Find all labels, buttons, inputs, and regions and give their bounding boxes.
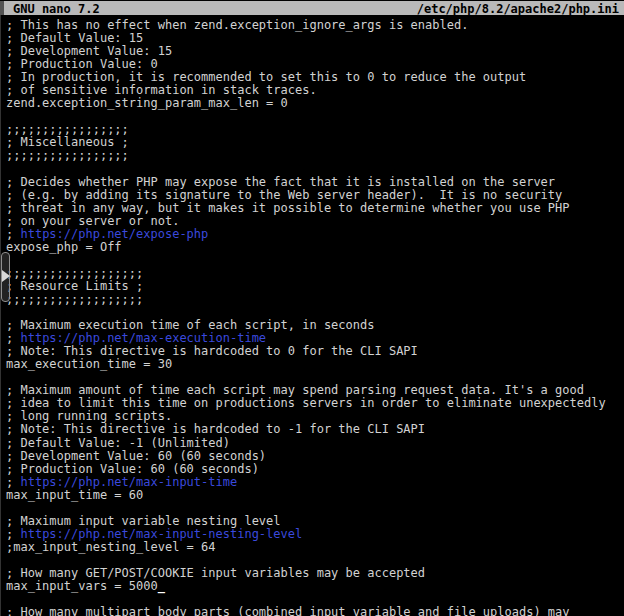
line-text: ; In production, it is recommended to se… <box>6 70 526 84</box>
php-net-link: https://php.net/max-input-time <box>20 475 237 489</box>
line-text: ; Miscellaneous ; <box>6 135 129 149</box>
mouse-pointer-icon <box>2 270 10 282</box>
line-text: ;;;;;;;;;;;;;;;;; <box>6 122 129 136</box>
line-text: ; Maximum execution time of each script,… <box>6 318 374 332</box>
line-text: ; <box>6 227 20 241</box>
editor-area[interactable]: ; This has no effect when zend.exception… <box>0 15 624 616</box>
line-text: ; <box>6 475 20 489</box>
php-net-link: https://php.net/expose-php <box>20 227 208 241</box>
line-text: ; Development Value: 15 <box>6 44 172 58</box>
editor-line: ;max_input_nesting_level = 64 <box>6 541 624 554</box>
line-text: ;;;;;;;;;;;;;;;;; <box>6 148 129 162</box>
line-text: ; threat in any way, but it makes it pos… <box>6 201 570 215</box>
editor-line: ;;;;;;;;;;;;;;;;;;; <box>6 293 624 306</box>
line-text: max_input_time = 60 <box>6 488 143 502</box>
line-text: ; Note: This directive is hardcoded to -… <box>6 422 425 436</box>
line-text: ; Note: This directive is hardcoded to 0… <box>6 344 418 358</box>
editor-line: zend.exception_string_param_max_len = 0 <box>6 97 624 110</box>
editor-line: ; How many multipart body parts (combine… <box>6 606 624 616</box>
line-text: expose_php = Off <box>6 240 122 254</box>
php-net-link: https://php.net/max-input-nesting-level <box>20 527 302 541</box>
line-text: ; <box>6 331 20 345</box>
line-text: ;;;;;;;;;;;;;;;;;;; <box>6 292 143 306</box>
app-title: GNU nano 7.2 <box>13 2 100 16</box>
line-text: ; Default Value: -1 (Unlimited) <box>6 436 230 450</box>
editor-line: expose_php = Off <box>6 241 624 254</box>
line-text: ; long running scripts. <box>6 409 172 423</box>
line-text: ; Maximum amount of time each script may… <box>6 383 584 397</box>
editor-line: ;;;;;;;;;;;;;;;;; <box>6 149 624 162</box>
line-text: ; Production Value: 60 (60 seconds) <box>6 462 259 476</box>
php-net-link: https://php.net/max-execution-time <box>20 331 266 345</box>
editor-line: max_input_time = 60 <box>6 489 624 502</box>
editor-lines: ; This has no effect when zend.exception… <box>6 19 624 616</box>
editor-line: max_execution_time = 30 <box>6 358 624 371</box>
line-text: ; Default Value: 15 <box>6 31 143 45</box>
terminal-window[interactable]: GNU nano 7.2 /etc/php/8.2/apache2/php.in… <box>0 0 624 616</box>
line-text: ; of sensitive information in stack trac… <box>6 83 317 97</box>
line-text: ; Maximum input variable nesting level <box>6 514 281 528</box>
line-text: ; Development Value: 60 (60 seconds) <box>6 449 266 463</box>
line-text: ; Resource Limits ; <box>6 279 143 293</box>
line-text: ; How many GET/POST/COOKIE input variabl… <box>6 566 425 580</box>
line-text: ; Decides whether PHP may expose the fac… <box>6 175 555 189</box>
line-text: ; (e.g. by adding its signature to the W… <box>6 188 562 202</box>
line-text: zend.exception_string_param_max_len = 0 <box>6 96 288 110</box>
line-text: ; Production Value: 0 <box>6 57 158 71</box>
line-text: max_execution_time = 30 <box>6 357 172 371</box>
line-text: ;max_input_nesting_level = 64 <box>6 540 216 554</box>
line-text: ;;;;;;;;;;;;;;;;;;; <box>6 266 143 280</box>
line-text: ; on your server or not. <box>6 214 179 228</box>
line-text: ; How many multipart body parts (combine… <box>6 605 570 616</box>
line-text: ; idea to limit this time on productions… <box>6 396 606 410</box>
line-text: ; This has no effect when zend.exception… <box>6 18 468 32</box>
nano-titlebar: GNU nano 7.2 /etc/php/8.2/apache2/php.in… <box>0 0 624 15</box>
line-text: ; <box>6 527 20 541</box>
editor-line: max_input_vars = 5000_ <box>6 580 624 593</box>
line-text: max_input_vars = 5000 <box>6 579 158 593</box>
text-cursor: _ <box>158 579 165 593</box>
file-path: /etc/php/8.2/apache2/php.ini <box>417 2 619 16</box>
